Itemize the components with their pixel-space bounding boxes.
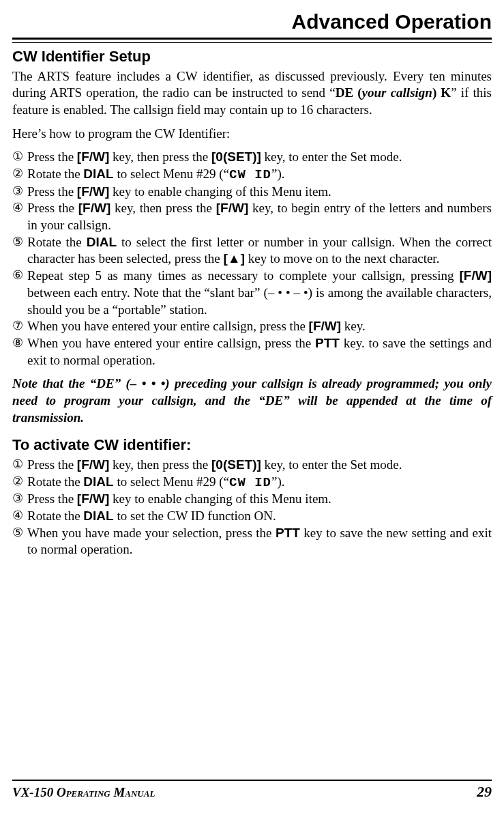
list-item: ⑥ Repeat step 5 as many times as necessa… (12, 268, 492, 318)
key-label: DIAL (83, 167, 113, 181)
step-body: Press the [F/W] key, then press the [0(S… (27, 457, 492, 474)
step-marker: ⑤ (12, 525, 27, 541)
step-marker: ⑥ (12, 268, 27, 283)
text: ”). (271, 474, 285, 489)
step-marker: ④ (12, 200, 27, 216)
list-item: ① Press the [F/W] key, then press the [0… (12, 149, 492, 166)
step-body: Rotate the DIAL to set the CW ID functio… (27, 508, 492, 525)
step-body: Press the [F/W] key to enable changing o… (27, 184, 492, 201)
text-bold: DE ( (336, 85, 362, 100)
text: Press the (27, 201, 78, 215)
footer-model: VX-150 (12, 785, 57, 799)
text: key, to enter the Set mode. (261, 149, 402, 164)
step-body: Press the [F/W] key, then press the [0(S… (27, 149, 492, 166)
text: (– • • •) (126, 376, 170, 390)
key-label: [▲] (224, 251, 245, 266)
section2-steps: ① Press the [F/W] key, then press the [0… (12, 457, 492, 558)
list-item: ⑤ Rotate the DIAL to select the first le… (12, 234, 492, 268)
key-label: [0(SET)] (211, 149, 261, 164)
step-marker: ① (12, 457, 27, 472)
text: Press the (27, 491, 77, 506)
list-item: ④ Rotate the DIAL to set the CW ID funct… (12, 508, 492, 525)
list-item: ⑦ When you have entered your entire call… (12, 318, 492, 335)
key-label: [0(SET)] (211, 457, 261, 472)
text: to select Menu #29 (“ (114, 167, 229, 181)
step-body: When you have entered your entire callsi… (27, 335, 492, 369)
text: key to move on to the next character. (245, 251, 439, 266)
key-label: DIAL (87, 235, 117, 249)
page-header-title: Advanced Operation (12, 8, 492, 35)
list-item: ⑤ When you have made your selection, pre… (12, 525, 492, 558)
text: key, then press the (110, 201, 216, 215)
text: Press the (27, 457, 77, 472)
text: key, to enter the Set mode. (261, 457, 402, 472)
key-label: DIAL (83, 474, 113, 489)
step-body: Rotate the DIAL to select the first lett… (27, 234, 492, 268)
footer-page-number: 29 (477, 782, 492, 802)
step-marker: ⑤ (12, 234, 27, 250)
text: key. (341, 319, 366, 333)
text: Press the (27, 149, 77, 164)
text-bold-italic: your callsign (362, 85, 432, 100)
step-body: When you have entered your entire callsi… (27, 318, 492, 335)
text: Note that the “DE” (12, 376, 126, 390)
key-label: [F/W] (460, 268, 492, 283)
list-item: ① Press the [F/W] key, then press the [0… (12, 457, 492, 474)
text: When you have entered your entire callsi… (27, 336, 315, 350)
key-label: [F/W] (77, 184, 109, 199)
step-marker: ② (12, 166, 27, 182)
key-label: [F/W] (77, 149, 109, 164)
text: between each entry. Note that the “slant… (27, 285, 492, 317)
key-label: [F/W] (309, 319, 341, 333)
key-label: PTT (276, 526, 300, 540)
text: Rotate the (27, 509, 83, 523)
key-label: [F/W] (77, 491, 109, 506)
section1-para1: The ARTS feature includes a CW identifie… (12, 68, 492, 119)
list-item: ⑧ When you have entered your entire call… (12, 335, 492, 369)
display-text: CW ID (229, 475, 271, 490)
list-item: ③ Press the [F/W] key to enable changing… (12, 184, 492, 201)
text: key to enable changing of this Menu item… (109, 184, 331, 199)
footer-row: VX-150 Operating Manual 29 (12, 782, 492, 802)
text: key to enable changing of this Menu item… (109, 491, 331, 506)
text: to set the CW ID function ON. (114, 509, 276, 523)
list-item: ④ Press the [F/W] key, then press the [F… (12, 200, 492, 233)
step-body: When you have made your selection, press… (27, 525, 492, 558)
text: to select Menu #29 (“ (114, 474, 229, 489)
key-label: [F/W] (77, 457, 109, 472)
text: ”). (271, 167, 285, 181)
footer-rule (12, 780, 492, 781)
section1-heading: CW Identifier Setup (12, 47, 492, 67)
list-item: ② Rotate the DIAL to select Menu #29 (“C… (12, 474, 492, 491)
text: Rotate the (27, 235, 87, 249)
step-marker: ④ (12, 508, 27, 524)
step-body: Repeat step 5 as many times as necessary… (27, 268, 492, 318)
step-marker: ③ (12, 491, 27, 507)
step-marker: ① (12, 149, 27, 165)
section1-note: Note that the “DE” (– • • •) preceding y… (12, 375, 492, 426)
step-marker: ② (12, 474, 27, 489)
step-marker: ③ (12, 184, 27, 199)
step-body: Press the [F/W] key to enable changing o… (27, 491, 492, 508)
header-rule-thick (12, 38, 492, 40)
text: When you have made your selection, press… (27, 526, 276, 540)
section1-para2: Here’s how to program the CW Identifier: (12, 126, 492, 143)
key-label: PTT (315, 336, 340, 350)
text: key, then press the (109, 149, 211, 164)
section1-steps: ① Press the [F/W] key, then press the [0… (12, 149, 492, 369)
display-text: CW ID (229, 167, 271, 182)
page-footer: VX-150 Operating Manual 29 (12, 780, 492, 802)
footer-manual: Operating Manual (57, 785, 155, 799)
text: Rotate the (27, 474, 83, 489)
text-bold: ) K (432, 85, 451, 100)
text: Repeat step 5 as many times as necessary… (27, 268, 460, 283)
text: key, then press the (109, 457, 211, 472)
list-item: ② Rotate the DIAL to select Menu #29 (“C… (12, 166, 492, 184)
key-label: DIAL (83, 509, 113, 523)
list-item: ③ Press the [F/W] key to enable changing… (12, 491, 492, 508)
text: When you have entered your entire callsi… (27, 319, 309, 333)
step-marker: ⑧ (12, 335, 27, 351)
step-body: Rotate the DIAL to select Menu #29 (“CW … (27, 166, 492, 184)
text: Press the (27, 184, 77, 199)
header-rule-thin (12, 42, 492, 43)
